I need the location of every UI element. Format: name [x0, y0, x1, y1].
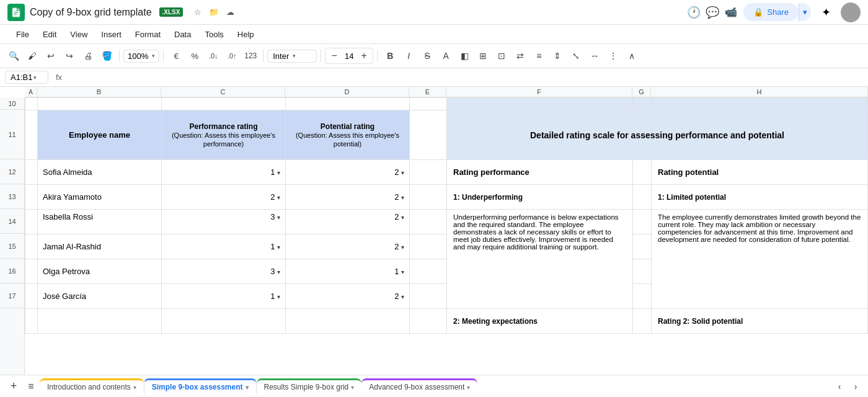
tab-introduction[interactable]: Introduction and contents ▾	[40, 378, 144, 394]
fill-color-btn[interactable]: ◧	[456, 47, 473, 65]
zoom-dropdown-icon: ▾	[152, 53, 155, 59]
lock-icon: 🔒	[753, 7, 763, 17]
tab-next-button[interactable]: ›	[848, 379, 863, 394]
tab-prev-button[interactable]: ‹	[832, 379, 847, 394]
currency-btn[interactable]: €	[167, 47, 185, 65]
merge-cells-btn[interactable]: ⊡	[493, 47, 510, 65]
pot-1-title: 1: Limited potential	[652, 185, 868, 210]
perf-rating-0[interactable]: 1 ▾	[162, 160, 286, 185]
pot-rating-1[interactable]: 2 ▾	[286, 185, 410, 210]
row-num-15[interactable]: 15	[0, 234, 24, 259]
perf-rating-5[interactable]: 1 ▾	[162, 284, 286, 309]
comment-icon[interactable]: 💬	[706, 6, 719, 19]
row-num-16[interactable]: 16	[0, 259, 24, 283]
share-dropdown-button[interactable]: ▾	[799, 3, 811, 21]
perf-rating-3[interactable]: 1 ▾	[162, 234, 286, 259]
bold-btn[interactable]: B	[381, 47, 399, 65]
tab-advanced[interactable]: Advanced 9-box assessment ▾	[361, 378, 477, 394]
search-toolbar-btn[interactable]: 🔍	[5, 47, 22, 65]
col-header-f[interactable]: F	[446, 87, 632, 97]
menu-view[interactable]: View	[64, 28, 94, 41]
borders-btn[interactable]: ⊞	[474, 47, 492, 65]
col-header-h[interactable]: H	[651, 87, 868, 97]
perf-rating-1[interactable]: 2 ▾	[162, 185, 286, 210]
menu-edit[interactable]: Edit	[37, 28, 63, 41]
decrease-decimal-btn[interactable]: .0↓	[205, 47, 222, 65]
rotate-btn[interactable]: ⤡	[567, 47, 585, 65]
text-dir-btn[interactable]: ↔	[586, 47, 603, 65]
perf-1-text: Underperforming performance is below exp…	[447, 210, 633, 309]
font-name: Inter	[273, 51, 289, 61]
pot-rating-0[interactable]: 2 ▾	[286, 160, 410, 185]
menu-help[interactable]: Help	[231, 28, 260, 41]
row-num-11[interactable]: 11	[0, 110, 24, 159]
number-format-btn[interactable]: 123	[242, 47, 259, 65]
pot-rating-5[interactable]: 2 ▾	[286, 284, 410, 309]
col-header-g[interactable]: G	[632, 87, 651, 97]
user-avatar[interactable]	[841, 2, 861, 22]
employee-name-1: Akira Yamamoto	[38, 185, 162, 210]
paint-format-btn[interactable]: 🖌	[24, 47, 41, 65]
row-num-13[interactable]: 13	[0, 184, 24, 209]
col-header-c[interactable]: C	[161, 87, 285, 97]
print-btn[interactable]: 🖨	[79, 47, 97, 65]
col-header-e[interactable]: E	[409, 87, 446, 97]
pot-rating-3[interactable]: 2 ▾	[286, 234, 410, 259]
video-icon[interactable]: 📹	[725, 6, 737, 19]
share-button[interactable]: 🔒 Share	[743, 3, 799, 21]
tab-simple-label: Simple 9-box assessment	[152, 383, 243, 391]
menu-format[interactable]: Format	[129, 28, 167, 41]
redo-btn[interactable]: ↪	[61, 47, 78, 65]
italic-btn[interactable]: I	[400, 47, 417, 65]
wrap-btn[interactable]: ⇄	[512, 47, 529, 65]
folder-icon[interactable]: 📁	[208, 6, 220, 19]
table-row: Isabella Rossi 3 ▾ 2 ▾ Underperforming p…	[25, 210, 868, 234]
font-dropdown-icon: ▾	[293, 53, 296, 59]
valign-btn[interactable]: ⇕	[549, 47, 566, 65]
history-icon[interactable]: 🕐	[688, 6, 700, 19]
top-right-controls: 🕐 💬 📹 🔒 Share ▾ ✦	[688, 2, 861, 22]
zoom-selector[interactable]: 100% ▾	[123, 50, 159, 63]
collapse-btn[interactable]: ∧	[623, 47, 640, 65]
menu-file[interactable]: File	[10, 28, 35, 41]
sheet-menu-button[interactable]: ≡	[22, 378, 40, 395]
menu-data[interactable]: Data	[168, 28, 197, 41]
toolbar-separator-3	[263, 50, 264, 62]
more-btn[interactable]: ⋮	[604, 47, 622, 65]
col-header-a[interactable]: A	[25, 87, 37, 97]
tab-simple-assessment[interactable]: Simple 9-box assessment ▾	[144, 378, 257, 394]
halign-btn[interactable]: ≡	[530, 47, 547, 65]
percent-btn[interactable]: %	[186, 47, 203, 65]
cell-reference[interactable]: A1:B1 ▾	[5, 71, 48, 84]
perf-rating-4[interactable]: 3 ▾	[162, 259, 286, 284]
zoom-value: 100%	[128, 51, 148, 61]
col-header-b[interactable]: B	[37, 87, 161, 97]
toolbar-separator-2	[163, 50, 164, 62]
strikethrough-btn[interactable]: S	[418, 47, 436, 65]
row-num-17[interactable]: 17	[0, 283, 24, 308]
row-num-14[interactable]: 14	[0, 209, 24, 234]
undo-btn[interactable]: ↩	[42, 47, 60, 65]
col-header-d[interactable]: D	[285, 87, 409, 97]
font-selector[interactable]: Inter ▾	[267, 50, 317, 63]
cloud-icon[interactable]: ☁	[224, 6, 236, 19]
star-icon[interactable]: ☆	[192, 6, 204, 19]
table-row: Akira Yamamoto 2 ▾ 2 ▾ 1: Underperformin…	[25, 185, 868, 210]
text-color-btn[interactable]: A	[437, 47, 454, 65]
pot-rating-2[interactable]: 2 ▾	[286, 210, 410, 234]
tab-navigation: ‹ ›	[832, 379, 863, 394]
increase-decimal-btn[interactable]: .0↑	[223, 47, 241, 65]
row-num-12[interactable]: 12	[0, 159, 24, 184]
pot-rating-4[interactable]: 1 ▾	[286, 259, 410, 284]
add-sheet-button[interactable]: +	[5, 378, 22, 395]
increase-font-btn[interactable]: +	[358, 50, 370, 62]
perf-rating-header: Performance rating (Question: Assess thi…	[162, 110, 286, 160]
perf-rating-2[interactable]: 3 ▾	[162, 210, 286, 234]
paint-bucket-btn[interactable]: 🪣	[98, 47, 115, 65]
row-num-10[interactable]: 10	[0, 97, 24, 110]
gemini-icon[interactable]: ✦	[817, 4, 835, 21]
decrease-font-btn[interactable]: −	[328, 50, 340, 62]
menu-tools[interactable]: Tools	[198, 28, 229, 41]
tab-results[interactable]: Results Simple 9-box grid ▾	[257, 378, 362, 394]
menu-insert[interactable]: Insert	[95, 28, 128, 41]
